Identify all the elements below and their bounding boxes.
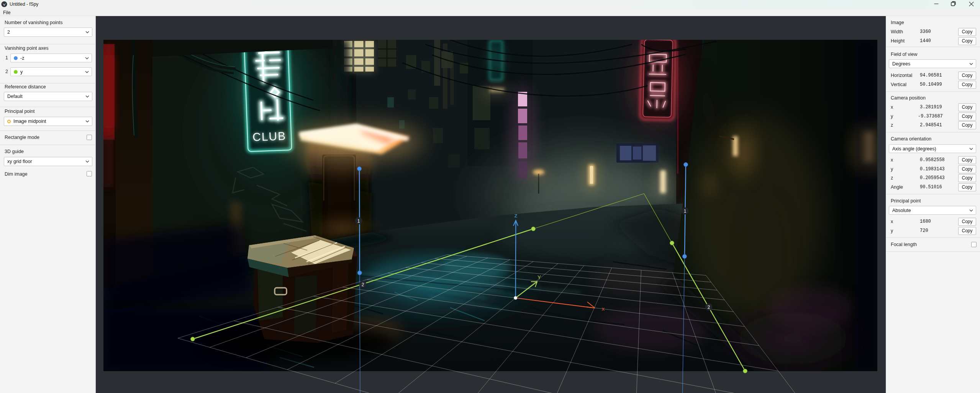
svg-text:1: 1 — [357, 219, 360, 224]
svg-text:z: z — [514, 213, 518, 219]
svg-text:2: 2 — [708, 305, 710, 310]
svg-text:Y: Y — [538, 275, 541, 281]
svg-text:2: 2 — [362, 282, 364, 287]
svg-text:x: x — [601, 306, 605, 313]
svg-text:1: 1 — [684, 209, 687, 214]
